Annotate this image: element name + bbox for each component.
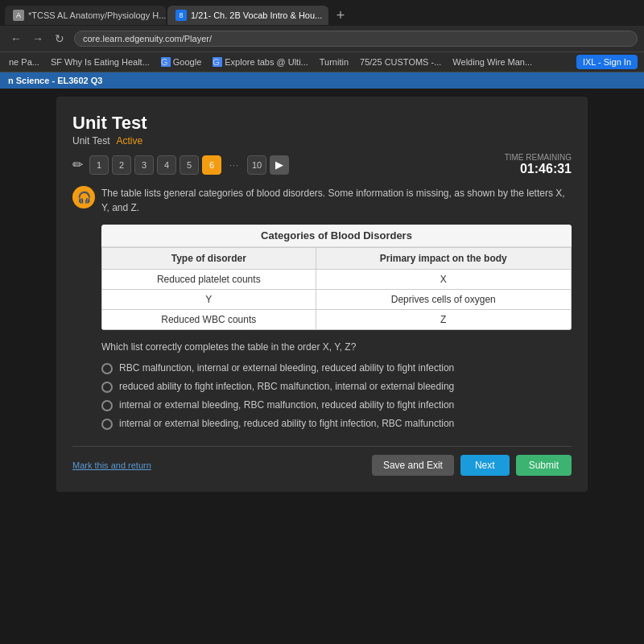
q-num-2[interactable]: 2 [112,155,131,175]
google-icon: G [161,57,171,67]
answer-options: RBC malfunction, internal or external bl… [101,362,572,430]
bookmark-explore[interactable]: G Explore tabs @ Ulti... [210,56,310,68]
button-row: Save and Exit Next Submit [372,455,572,476]
radio-4[interactable] [101,419,113,430]
test-container: Unit Test Unit Test Active ✏ 1 2 3 4 5 6… [56,97,588,492]
bookmark-customs[interactable]: 75/25 CUSTOMS -... [357,56,444,68]
table-row-3: Reduced WBC counts Z [102,310,572,330]
question-text: The table lists general categories of bl… [101,186,572,215]
question-nav-row: ✏ 1 2 3 4 5 6 ··· 10 ▶ TIME REMAINING 01… [72,153,572,176]
tab-anatomy[interactable]: A *TCSS AL Anatomy/Physiology H... × [5,6,166,25]
time-remaining: TIME REMAINING 01:46:31 [505,153,572,176]
table-title: Categories of Blood Disorders [101,225,572,247]
pencil-button[interactable]: ✏ [72,157,83,172]
q-num-6[interactable]: 6 [202,155,221,175]
col-header-type: Type of disorder [102,248,316,270]
q-num-10[interactable]: 10 [247,155,266,175]
address-bar-row: ← → ↻ core.learn.edgenuity.com/Player/ [0,26,644,52]
q-num-4[interactable]: 4 [157,155,176,175]
sign-in-button[interactable]: IXL - Sign In [576,55,638,69]
q-num-1[interactable]: 1 [89,155,109,175]
answer-option-3[interactable]: internal or external bleeding, RBC malfu… [101,399,572,411]
table-row-2: Y Deprives cells of oxygen [102,290,572,310]
reload-button[interactable]: ↻ [50,29,69,48]
back-button[interactable]: ← [6,29,26,48]
headphones-row: 🎧 The table lists general categories of … [72,186,572,215]
answer-option-1[interactable]: RBC malfunction, internal or external bl… [101,362,572,374]
bookmarks-bar: ne Pa... SF Why Is Eating Healt... G Goo… [0,52,644,72]
mark-return-link[interactable]: Mark this and return [72,460,151,470]
cell-2-1: Y [102,290,316,310]
radio-2[interactable] [101,382,113,393]
active-badge: Active [116,135,142,147]
question-nav: ✏ 1 2 3 4 5 6 ··· 10 ▶ [72,155,289,175]
q-num-5[interactable]: 5 [180,155,199,175]
cell-3-1: Reduced WBC counts [102,310,316,330]
bookmark-sf[interactable]: SF Why Is Eating Healt... [48,56,152,68]
answer-option-4[interactable]: internal or external bleeding, reduced a… [101,418,572,430]
tab-icon-anatomy: A [13,10,24,21]
tab-vocab[interactable]: 8 1/21- Ch. 2B Vocab Intro & Hou... × [167,6,328,25]
forward-button[interactable]: → [28,29,47,48]
tab-add-button[interactable]: + [330,5,351,26]
nav-buttons: ← → ↻ [6,29,69,48]
bookmark-turnitin[interactable]: Turnitin [317,56,351,68]
subject-bar: n Science - EL3602 Q3 [0,72,644,89]
disorders-table: Type of disorder Primary impact on the b… [101,247,572,330]
time-value: 01:46:31 [505,162,572,176]
browser-chrome: A *TCSS AL Anatomy/Physiology H... × 8 1… [0,0,644,72]
next-button[interactable]: Next [460,455,510,476]
tab-bar: A *TCSS AL Anatomy/Physiology H... × 8 1… [0,0,644,26]
bookmark-ne-pa[interactable]: ne Pa... [6,56,42,68]
bookmark-google[interactable]: G Google [159,56,204,68]
main-content: Unit Test Unit Test Active ✏ 1 2 3 4 5 6… [0,89,644,628]
q-nav-next-arrow[interactable]: ▶ [270,155,289,175]
radio-1[interactable] [101,363,113,374]
tab-icon-vocab: 8 [175,10,187,21]
submit-button[interactable]: Submit [516,455,572,476]
unit-test-header: Unit Test Unit Test Active [72,113,572,147]
which-list-question: Which list correctly completes the table… [101,341,572,353]
address-bar[interactable]: core.learn.edgenuity.com/Player/ [74,31,638,47]
q-num-dots: ··· [225,155,244,175]
save-exit-button[interactable]: Save and Exit [372,455,454,476]
blood-disorders-table: Categories of Blood Disorders Type of di… [101,225,572,330]
bottom-bar: Mark this and return Save and Exit Next … [72,446,572,476]
unit-test-title: Unit Test [72,113,572,134]
cell-2-2: Deprives cells of oxygen [316,290,571,310]
unit-test-subtitle: Unit Test Active [72,135,572,147]
answer-option-2[interactable]: reduced ability to fight infection, RBC … [101,381,572,393]
explore-icon: G [213,57,222,67]
table-row-1: Reduced platelet counts X [102,270,572,290]
cell-3-2: Z [316,310,571,330]
q-num-3[interactable]: 3 [134,155,154,175]
headphones-icon[interactable]: 🎧 [72,186,95,208]
cell-1-2: X [316,270,571,290]
cell-1-1: Reduced platelet counts [102,270,316,290]
radio-3[interactable] [101,400,113,411]
col-header-impact: Primary impact on the body [316,248,571,270]
bookmark-welding[interactable]: Welding Wire Man... [450,56,535,68]
